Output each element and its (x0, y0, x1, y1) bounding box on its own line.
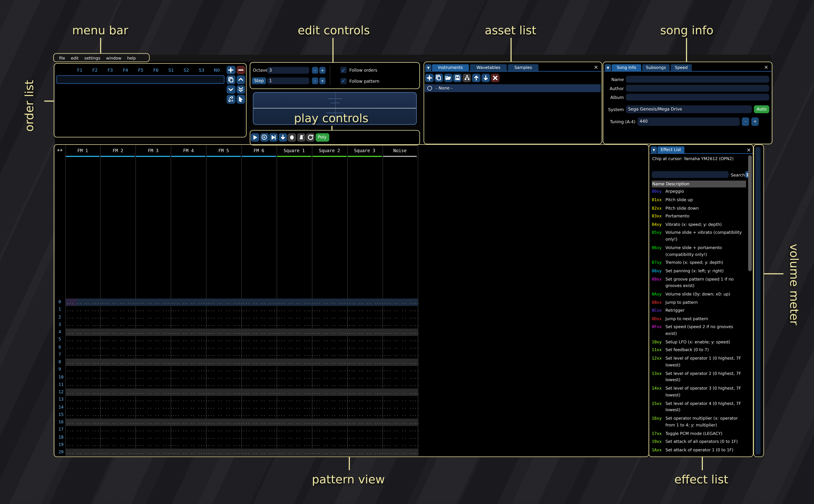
order-chevron-up-button[interactable] (236, 75, 245, 84)
pattern-row[interactable]: 18... .. .. ....... .. .. ....... .. .. … (56, 433, 648, 441)
pattern-row[interactable]: 8... .. .. ....... .. .. ....... .. .. .… (56, 358, 648, 366)
tuning-plus-button[interactable]: + (751, 117, 759, 125)
effect-row[interactable]: 0AxyVolume slide (0y: down; x0: up) (652, 291, 750, 299)
asset-arrow-down-button[interactable] (482, 74, 490, 82)
tab-song-info[interactable]: Song Info (612, 64, 641, 71)
channel-header-fm-3[interactable]: FM 3 (135, 148, 171, 153)
order-duplicate-button[interactable] (226, 75, 235, 84)
order-double-chevron-down-button[interactable] (236, 85, 245, 94)
album-field[interactable] (626, 94, 769, 101)
effect-row[interactable]: 10xySetup LFO (x: enable; y: speed) (652, 338, 750, 347)
octave-input[interactable]: 3 (267, 67, 309, 74)
effect-search-input[interactable] (652, 171, 729, 178)
effect-row[interactable]: 04xyVibrato (x: speed; y: depth) (652, 221, 750, 229)
channel-header-fm-1[interactable]: FM 1 (65, 148, 100, 153)
pattern-row[interactable]: 16... .. .. ....... .. .. ....... .. .. … (56, 418, 648, 426)
play-button[interactable] (251, 133, 259, 141)
pattern-row[interactable]: 1... .. .. ....... .. .. ....... .. .. .… (56, 306, 648, 313)
effect-row[interactable]: 19xxSet attack of all operators (0 to 1F… (652, 438, 750, 446)
effect-row[interactable]: 0BxxJump to pattern (652, 299, 750, 307)
octave-minus-button[interactable]: - (312, 67, 318, 74)
effect-row[interactable]: 05xyVolume slide + vibrato (compatibilit… (652, 229, 750, 244)
play-circle-button[interactable] (260, 133, 268, 141)
step-plus-button[interactable]: + (319, 77, 325, 84)
channel-header-fm-6[interactable]: FM 6 (241, 148, 276, 153)
effect-row[interactable]: 15xxSet level of operator 4 (0 highest, … (652, 400, 750, 415)
system-auto-button[interactable]: Auto (754, 105, 769, 113)
effect-row[interactable]: 0DxxJump to next pattern (652, 315, 750, 323)
order-broken-link-button[interactable] (226, 95, 235, 103)
effect-row[interactable]: 13xxSet level of operator 2 (0 highest, … (652, 370, 750, 385)
menu-item-edit[interactable]: edit (71, 56, 79, 61)
pattern-view-panel[interactable]: ++ FM 1FM 2FM 3FM 4FM 5FM 6Square 1Squar… (56, 145, 648, 456)
effect-row[interactable]: 09xxSet groove pattern (speed 1 if no gr… (652, 275, 750, 290)
effect-row[interactable]: 17xxToggle PCM mode (LEGACY) (652, 430, 750, 438)
asset-duplicate-button[interactable] (435, 74, 443, 82)
step-input[interactable]: 1 (267, 77, 309, 84)
effect-row[interactable]: 02xxPitch slide down (652, 204, 750, 213)
channel-header-square-2[interactable]: Square 2 (312, 148, 347, 153)
pattern-row[interactable]: 14... .. .. ....... .. .. ....... .. .. … (56, 403, 648, 411)
collapse-caret-icon[interactable]: ▼ (651, 146, 657, 153)
channel-header-fm-5[interactable]: FM 5 (206, 148, 241, 153)
asset-save-button[interactable] (453, 74, 462, 82)
collapse-caret-icon[interactable]: ▼ (605, 64, 611, 71)
asset-tree-view-button[interactable] (463, 74, 471, 82)
effect-row[interactable]: 1AxxSet attack of operator 1 (0 to 1F) (652, 446, 750, 454)
pattern-row[interactable]: 7... .. .. ....... .. .. ....... .. .. .… (56, 351, 648, 358)
channel-header-fm-2[interactable]: FM 2 (100, 148, 135, 153)
step-row-down-button[interactable] (278, 133, 287, 141)
pattern-row[interactable]: 19... .. .. ....... .. .. ....... .. .. … (56, 441, 648, 448)
tab-wavetables[interactable]: Wavetables (470, 64, 507, 71)
pattern-row[interactable]: 17... .. .. ....... .. .. ....... .. .. … (56, 426, 648, 433)
pattern-row[interactable]: 6... .. .. ....... .. .. ....... .. .. .… (56, 343, 648, 351)
pattern-row[interactable]: 3... .. .. ....... .. .. ....... .. .. .… (56, 321, 648, 328)
menu-item-help[interactable]: help (127, 56, 136, 61)
system-select[interactable]: Sega Genesis/Mega Drive (626, 105, 752, 113)
metronome-button[interactable] (297, 133, 305, 141)
effect-row[interactable]: 01xxPitch slide up (652, 196, 750, 204)
play-to-cursor-button[interactable] (269, 133, 278, 141)
order-mouse-pointer-button[interactable] (236, 95, 245, 103)
effect-row[interactable]: 16xySet operator multiplier (x: operator… (652, 415, 750, 430)
octave-plus-button[interactable]: + (319, 67, 325, 74)
effect-row[interactable]: 11xxSet feedback (0 to 7) (652, 347, 750, 355)
pattern-row[interactable]: 10... .. .. ....... .. .. ....... .. .. … (56, 373, 648, 381)
tab-effect-list[interactable]: Effect List (658, 146, 684, 154)
tab-subsongs[interactable]: Subsongs (642, 64, 670, 71)
follow-pattern-checkbox[interactable]: ✓ (340, 78, 346, 84)
song-close-icon[interactable]: × (764, 64, 768, 70)
follow-orders-checkbox[interactable]: ✓ (340, 67, 346, 73)
asset-arrow-up-button[interactable] (472, 74, 481, 82)
pattern-row[interactable]: 2... .. .. ....... .. .. ....... .. .. .… (56, 313, 648, 321)
channel-header-square-1[interactable]: Square 1 (276, 148, 312, 153)
step-minus-button[interactable]: - (312, 77, 318, 84)
effect-scrollbar[interactable] (748, 155, 752, 271)
pattern-row[interactable]: 12... .. .. ....... .. .. ....... .. .. … (56, 388, 648, 396)
pattern-row[interactable]: 20... .. .. ....... .. .. ....... .. .. … (56, 448, 648, 456)
name-field[interactable] (626, 76, 769, 83)
effect-row[interactable]: 00xyArpeggio (652, 188, 750, 196)
channel-header-noise[interactable]: Noise (382, 148, 418, 153)
menu-item-settings[interactable]: settings (84, 56, 100, 61)
effect-row[interactable]: 08xySet panning (x: left; y: right) (652, 267, 750, 276)
effect-row[interactable]: 07xyTremolo (x: speed; y: depth) (652, 259, 750, 267)
effect-row[interactable]: 12xxSet level of operator 1 (0 highest, … (652, 355, 750, 370)
tab-speed[interactable]: Speed (671, 64, 692, 71)
author-field[interactable] (626, 85, 769, 92)
pattern-corner-button[interactable]: ++ (57, 147, 63, 153)
effect-row[interactable]: 0CxxRetrigger (652, 307, 750, 315)
collapse-caret-icon[interactable]: ▼ (425, 64, 432, 71)
asset-close-icon[interactable]: × (594, 64, 598, 70)
order-plus-button[interactable] (226, 66, 235, 74)
tab-samples[interactable]: Samples (508, 64, 539, 71)
record-button[interactable] (288, 133, 296, 141)
effect-row[interactable]: 03xxPortamento (652, 213, 750, 221)
pattern-row[interactable]: 5... .. .. ....... .. .. ....... .. .. .… (56, 336, 648, 343)
asset-plus-button[interactable] (425, 74, 434, 82)
asset-selected-item[interactable]: - None - (425, 84, 601, 92)
menu-item-window[interactable]: window (106, 56, 121, 61)
pattern-row[interactable]: 9... .. .. ....... .. .. ....... .. .. .… (56, 366, 648, 373)
asset-open-folder-button[interactable] (444, 74, 452, 82)
order-chevron-down-button[interactable] (226, 85, 235, 94)
